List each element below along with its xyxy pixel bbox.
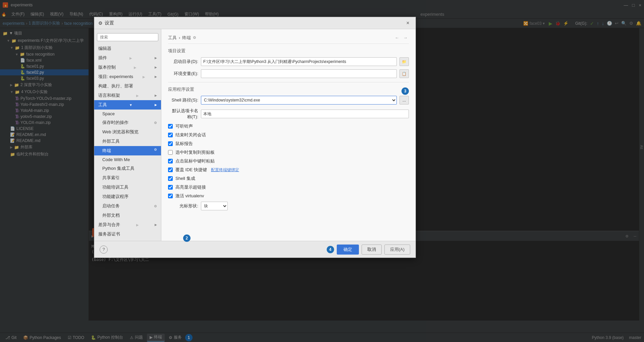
cb-paste-middle-label: 点击鼠标中键时粘贴 [175, 158, 215, 164]
breadcrumb-settings-icon: ⚙ [193, 36, 196, 40]
checkbox-highlight-links: 高亮显示超链接 [168, 184, 409, 190]
nav-item-certificates[interactable]: 服务器证书 [94, 229, 161, 239]
dialog-content: 工具 › 终端 ⚙ ← → 项目设置 启动目录(D): 📁 环境变量(E): [161, 29, 416, 241]
checkbox-paste-middle: 点击鼠标中键时粘贴 [168, 158, 409, 164]
nav-item-vcs[interactable]: 版本控制 ▶ [94, 63, 161, 72]
nav-item-editor[interactable]: 编辑器 [94, 44, 161, 53]
nav-item-external-tools[interactable]: 外部工具 [94, 137, 161, 146]
cursor-label: 光标形状: [168, 203, 198, 209]
cursor-shape-row: 光标形状: 块 下划线 竖线 [168, 202, 409, 210]
nav-item-space[interactable]: Space [94, 110, 161, 118]
checkbox-override-shortcut: 覆盖 IDE 快捷键 配置终端键绑定 [168, 167, 409, 173]
nav-item-shared-index[interactable]: 共享索引 [94, 173, 161, 183]
tab-name-label: 默认选项卡名称(T): [168, 108, 198, 120]
checkbox-shell-integration: Shell 集成 [168, 176, 409, 182]
cb-activate-virtualenv[interactable] [168, 194, 173, 198]
dialog-nav: 编辑器 插件 ▶ 版本控制 ▶ 项目: experiments ▶ 构建、执行、… [94, 29, 161, 241]
tab-name-input[interactable] [201, 110, 409, 118]
checkbox-close-session: 结束时关闭会话 [168, 132, 409, 138]
cb-paste-middle[interactable] [168, 159, 173, 163]
cb-mouse-report-label: 鼠标报告 [175, 141, 193, 147]
nav-item-suggestions[interactable]: 功能建议程序 [94, 192, 161, 201]
env-var-label: 环境变量(E): [168, 71, 198, 77]
env-var-input[interactable] [201, 69, 397, 78]
breadcrumb-path: 工具 › 终端 ⚙ [168, 35, 196, 41]
section-divider1 [168, 82, 409, 82]
step-circle-3: 3 [401, 87, 409, 95]
nav-item-code-with-me[interactable]: Code With Me [94, 155, 161, 164]
dialog-body: 编辑器 插件 ▶ 版本控制 ▶ 项目: experiments ▶ 构建、执行、… [94, 29, 416, 241]
nav-item-ext-docs[interactable]: 外部文档 [94, 211, 161, 220]
cursor-select[interactable]: 块 下划线 竖线 [201, 202, 228, 210]
nav-item-terminal[interactable]: 终端 ⚙ [94, 146, 161, 155]
cb-shell-integration[interactable] [168, 176, 173, 181]
tab-name-row: 默认选项卡名称(T): [168, 108, 409, 120]
section-project-settings: 项目设置 [168, 48, 409, 54]
cb-override-shortcut-label: 覆盖 IDE 快捷键 [175, 167, 207, 173]
cb-close-session-label: 结束时关闭会话 [175, 132, 206, 138]
nav-search-input[interactable] [97, 33, 158, 41]
cb-shell-integration-label: Shell 集成 [175, 176, 195, 182]
dialog-close-button[interactable]: × [404, 19, 412, 27]
shell-path-row: Shell 路径(S): C:\Windows\system32\cmd.exe… [168, 96, 409, 105]
nav-forward-btn[interactable]: → [402, 35, 409, 41]
cb-activate-virtualenv-label: 激活 virtualenv [175, 193, 204, 199]
dialog-title-text: 设置 [105, 20, 114, 26]
shell-browse-btn[interactable]: … [399, 96, 409, 105]
startup-dir-input[interactable] [201, 57, 397, 66]
section-app-settings: 应用程序设置 [168, 86, 194, 92]
nav-back-btn[interactable]: ← [393, 35, 400, 41]
step-circle-4: 4 [327, 246, 334, 253]
breadcrumb-terminal: 终端 [182, 35, 191, 41]
checkbox-activate-virtualenv: 激活 virtualenv [168, 193, 409, 199]
nav-item-project[interactable]: 项目: experiments ▶ [94, 72, 161, 81]
nav-item-tools[interactable]: 工具 ▼ [94, 100, 161, 110]
apply-button[interactable]: 应用(A) [384, 245, 410, 255]
dialog-nav-buttons: ← → [393, 35, 409, 41]
dialog-content-breadcrumb: 工具 › 终端 ⚙ ← → [168, 35, 409, 44]
breadcrumb-tools: 工具 [168, 35, 177, 41]
cb-bell-label: 可听铃声 [175, 123, 193, 129]
nav-item-web-browser[interactable]: Web 浏览器和预览 [94, 127, 161, 137]
breadcrumb-arrow: › [179, 35, 180, 40]
step-circle-2: 2 [183, 234, 191, 242]
checkbox-bell: 可听铃声 [168, 123, 409, 129]
footer-actions: 4 确定 取消 应用(A) [327, 245, 410, 255]
cb-highlight-links-label: 高亮显示超链接 [175, 184, 206, 190]
startup-dir-browse[interactable]: 📁 [399, 57, 409, 66]
app-settings-header: 应用程序设置 3 [168, 86, 409, 96]
ok-button[interactable]: 确定 [337, 245, 359, 255]
cb-close-session[interactable] [168, 133, 173, 137]
cb-copy-selection-label: 选中时复制到剪贴板 [175, 149, 215, 155]
nav-item-plugins[interactable]: 插件 ▶ [94, 53, 161, 63]
cb-override-shortcut[interactable] [168, 167, 173, 172]
dialog-icon: ⚙ [98, 20, 103, 26]
nav-item-save-actions[interactable]: 保存时的操作 ⚙ [94, 118, 161, 127]
dialog-footer: ? 4 确定 取消 应用(A) [94, 241, 416, 258]
env-var-browse[interactable]: 📋 [399, 69, 409, 78]
footer-buttons: 确定 取消 应用(A) [337, 245, 410, 255]
nav-item-build[interactable]: 构建、执行、部署 [94, 81, 161, 91]
keyboard-binding-link[interactable]: 配置终端键绑定 [211, 167, 239, 173]
settings-dialog: ⚙ 设置 × 编辑器 插件 ▶ 版本控制 ▶ 项目: experiments ▶… [94, 17, 416, 258]
dialog-title-left: ⚙ 设置 [98, 20, 114, 26]
help-button[interactable]: ? [100, 246, 108, 254]
startup-dir-row: 启动目录(D): 📁 [168, 57, 409, 66]
nav-item-python-integration[interactable]: Python 集成工具 [94, 164, 161, 173]
cb-copy-selection[interactable] [168, 150, 173, 155]
checkbox-copy-selection: 选中时复制到剪贴板 [168, 149, 409, 155]
nav-item-training[interactable]: 功能培训工具 [94, 183, 161, 192]
shell-label: Shell 路径(S): [168, 97, 198, 103]
env-var-row: 环境变量(E): 📋 [168, 69, 409, 78]
checkbox-mouse-report: 鼠标报告 [168, 141, 409, 147]
dialog-title-bar: ⚙ 设置 × [94, 17, 416, 29]
cb-mouse-report[interactable] [168, 141, 173, 146]
nav-item-startup-tasks[interactable]: 启动任务 ⚙ [94, 201, 161, 211]
shell-select[interactable]: C:\Windows\system32\cmd.exe [201, 96, 397, 105]
nav-item-lang[interactable]: 语言和框架 ▶ [94, 91, 161, 100]
startup-dir-label: 启动目录(D): [168, 59, 198, 65]
cb-bell[interactable] [168, 124, 173, 129]
cancel-button[interactable]: 取消 [362, 245, 382, 255]
nav-item-diff[interactable]: 差异与合并 ▶ [94, 220, 161, 229]
cb-highlight-links[interactable] [168, 185, 173, 190]
